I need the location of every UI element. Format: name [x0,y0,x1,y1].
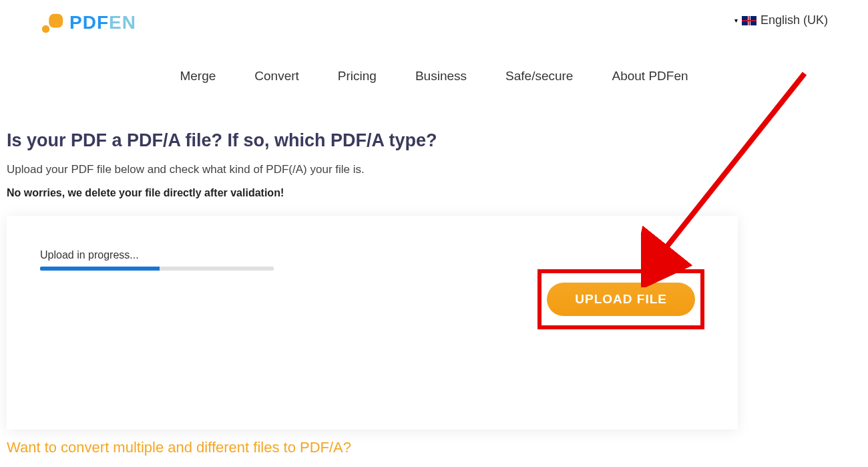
upload-file-button[interactable]: UPLOAD FILE [547,283,695,316]
progress-bar [40,267,274,271]
logo-text: PDFEN [69,12,136,33]
language-selector[interactable]: ▾ English (UK) [734,10,828,27]
page-subtext: Upload your PDF file below and check wha… [7,163,861,176]
progress-fill [40,267,160,271]
logo-text-en: EN [109,12,136,33]
nav-about[interactable]: About PDFen [612,69,688,84]
svg-point-1 [42,25,49,33]
logo[interactable]: PDFEN [40,10,136,35]
annotation-highlight-box: UPLOAD FILE [537,269,704,329]
logo-icon [40,10,65,35]
nav-pricing[interactable]: Pricing [338,69,377,84]
nav-merge[interactable]: Merge [180,69,216,84]
dropdown-arrow-icon: ▾ [734,17,738,24]
language-label: English (UK) [761,13,828,27]
main-nav: Merge Convert Pricing Business Safe/secu… [0,35,868,84]
logo-text-pdf: PDF [69,12,109,33]
upload-status-text: Upload in progress... [40,249,704,261]
page-heading: Is your PDF a PDF/A file? If so, which P… [7,130,861,151]
page-notice: No worries, we delete your file directly… [7,187,861,199]
nav-convert[interactable]: Convert [254,69,299,84]
svg-rect-0 [49,14,63,28]
upload-panel: Upload in progress... UPLOAD FILE [7,216,738,430]
nav-business[interactable]: Business [415,69,467,84]
convert-multiple-link[interactable]: Want to convert multiple and different f… [7,439,861,456]
uk-flag-icon [742,16,756,25]
nav-safe-secure[interactable]: Safe/secure [505,69,573,84]
